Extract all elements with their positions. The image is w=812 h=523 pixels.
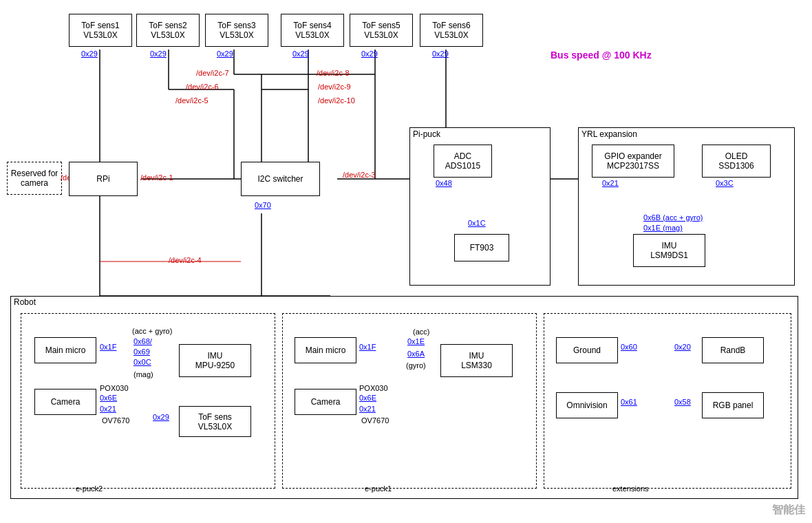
randb-box: RandB <box>702 337 764 363</box>
epuck2-cam-model2: OV7670 <box>102 416 129 425</box>
tof2-addr: 0x29 <box>150 50 167 58</box>
epuck2-label: e-puck2 <box>76 484 103 493</box>
oled-label: OLEDSSD1306 <box>718 151 754 171</box>
epuck2-camera-label: Camera <box>51 397 81 407</box>
rgb-addr: 0x58 <box>674 398 691 406</box>
gpio-exp-addr: 0x21 <box>602 179 619 187</box>
tof-sens1-label: ToF sens1VL53L0X <box>81 21 119 40</box>
i2c-switcher-label: I2C switcher <box>257 174 303 184</box>
adc-box: ADCADS1015 <box>434 145 492 178</box>
tof4-addr: 0x29 <box>292 50 309 58</box>
tof-sens2-box: ToF sens2VL53L0X <box>136 14 200 47</box>
epuck1-imu-acc: 0x1E <box>407 337 425 345</box>
epuck2-imu-box: IMUMPU-9250 <box>179 344 251 377</box>
tof-sens4-label: ToF sens4VL53L0X <box>293 21 331 40</box>
oled-addr: 0x3C <box>716 179 734 187</box>
epuck1-main-addr: 0x1F <box>359 343 376 351</box>
epuck1-cam-addr1: 0x6E <box>359 394 376 402</box>
i2c3-label: /dev/i2c-3 <box>343 171 376 179</box>
epuck2-imu-acc: 0x68/ <box>133 337 152 345</box>
epuck2-tof-label: ToF sensVL53L0X <box>198 412 232 431</box>
i2c9-label: /dev/i2c-9 <box>318 83 351 91</box>
imu-yrl-label: IMULSM9DS1 <box>650 241 688 260</box>
epuck2-tof-box: ToF sensVL53L0X <box>179 406 251 437</box>
epuck1-cam-model: POX030 <box>359 384 388 392</box>
pipuck-label: Pi-puck <box>413 129 440 139</box>
ground-addr: 0x60 <box>621 343 637 351</box>
i2c7-label: /dev/i2c-7 <box>196 69 229 77</box>
bus-speed-label: Bus speed @ 100 KHz <box>551 50 652 61</box>
switcher-addr: 0x70 <box>255 201 271 209</box>
yrl-label: YRL expansion <box>581 129 637 139</box>
epuck1-imu-label: IMULSM330 <box>461 351 492 370</box>
ground-box: Ground <box>556 337 618 363</box>
epuck2-tof-addr: 0x29 <box>153 413 169 421</box>
epuck1-acc-note: (acc) <box>413 328 429 336</box>
robot-label: Robot <box>14 297 36 307</box>
tof3-addr: 0x29 <box>217 50 233 58</box>
imu-yrl-mag: 0x1E (mag) <box>643 224 683 232</box>
i2c8-label: /dev/i2c-8 <box>317 69 350 77</box>
gpio-exp-label: GPIO expanderMCP23017SS <box>604 151 661 171</box>
i2c4-label: /dev/i2c-4 <box>169 256 202 264</box>
epuck2-camera-box: Camera <box>34 389 96 415</box>
tof-sens5-label: ToF sens5VL53L0X <box>362 21 400 40</box>
rpi-label: RPi <box>96 174 109 184</box>
epuck1-camera-label: Camera <box>311 397 341 407</box>
epuck2-main-micro-box: Main micro <box>34 337 96 363</box>
epuck2-imu-note: (acc + gyro) <box>132 327 172 335</box>
epuck1-cam-model2: OV7670 <box>361 416 389 425</box>
tof-sens1-box: ToF sens1VL53L0X <box>69 14 132 47</box>
tof5-addr: 0x29 <box>361 50 378 58</box>
imu-yrl-box: IMULSM9DS1 <box>633 234 705 267</box>
tof-sens3-label: ToF sens3VL53L0X <box>217 21 255 40</box>
tof-sens3-box: ToF sens3VL53L0X <box>205 14 268 47</box>
randb-addr: 0x20 <box>674 343 691 351</box>
adc-addr: 0x48 <box>436 179 452 187</box>
rgb-panel-label: RGB panel <box>713 401 754 410</box>
omnivision-label: Omnivision <box>566 401 607 410</box>
watermark: 智能佳 <box>772 503 805 517</box>
epuck2-main-micro-label: Main micro <box>45 345 86 355</box>
epuck1-main-micro-label: Main micro <box>306 345 346 355</box>
epuck1-imu-box: IMULSM330 <box>440 344 513 377</box>
epuck1-gyro-note: (gyro) <box>406 361 426 370</box>
ft903-label: FT903 <box>470 243 494 253</box>
tof-sens4-box: ToF sens4VL53L0X <box>281 14 344 47</box>
ft903-box: FT903 <box>454 234 509 262</box>
omnivision-addr: 0x61 <box>621 398 637 406</box>
i2c10-label: /dev/i2c-10 <box>318 96 355 105</box>
tof-sens6-box: ToF sens6VL53L0X <box>420 14 483 47</box>
epuck2-imu-label: IMUMPU-9250 <box>195 351 235 370</box>
ground-label: Ground <box>573 345 601 355</box>
imu-yrl-acc: 0x6B (acc + gyro) <box>643 213 703 222</box>
rgb-panel-box: RGB panel <box>702 392 764 418</box>
i2c-switcher-box: I2C switcher <box>241 162 320 196</box>
tof6-addr: 0x29 <box>432 50 449 58</box>
i2c6-label: /dev/i2c-6 <box>186 83 219 91</box>
gpio-exp-box: GPIO expanderMCP23017SS <box>592 145 674 178</box>
epuck2-imu-gyro: 0x69 <box>133 348 150 356</box>
tof1-addr: 0x29 <box>81 50 98 58</box>
epuck1-main-micro-box: Main micro <box>295 337 356 363</box>
epuck1-imu-gyro: 0x6A <box>407 350 425 358</box>
rpi-box: RPi <box>69 162 138 196</box>
oled-box: OLEDSSD1306 <box>702 145 771 178</box>
epuck2-cam-model: POX030 <box>100 384 129 392</box>
epuck1-cam-addr2: 0x21 <box>359 405 376 413</box>
epuck2-imu-mag-note: (mag) <box>133 370 153 378</box>
i2c5-label: /dev/i2c-5 <box>175 96 209 105</box>
omnivision-box: Omnivision <box>556 392 618 418</box>
tof-sens6-label: ToF sens6VL53L0X <box>432 21 470 40</box>
randb-label: RandB <box>720 345 746 355</box>
adc-label: ADCADS1015 <box>445 151 480 171</box>
ext-label: extensions <box>612 484 649 493</box>
ft903-addr: 0x1C <box>468 219 486 227</box>
epuck1-camera-box: Camera <box>295 389 356 415</box>
reserved-camera-box: Reserved forcamera <box>7 162 62 195</box>
epuck2-imu-mag-addr: 0x0C <box>133 358 151 366</box>
epuck2-cam-addr1: 0x6E <box>100 394 117 402</box>
tof-sens2-label: ToF sens2VL53L0X <box>149 21 186 40</box>
epuck2-cam-addr2: 0x21 <box>100 405 116 413</box>
epuck2-main-addr: 0x1F <box>100 343 116 351</box>
